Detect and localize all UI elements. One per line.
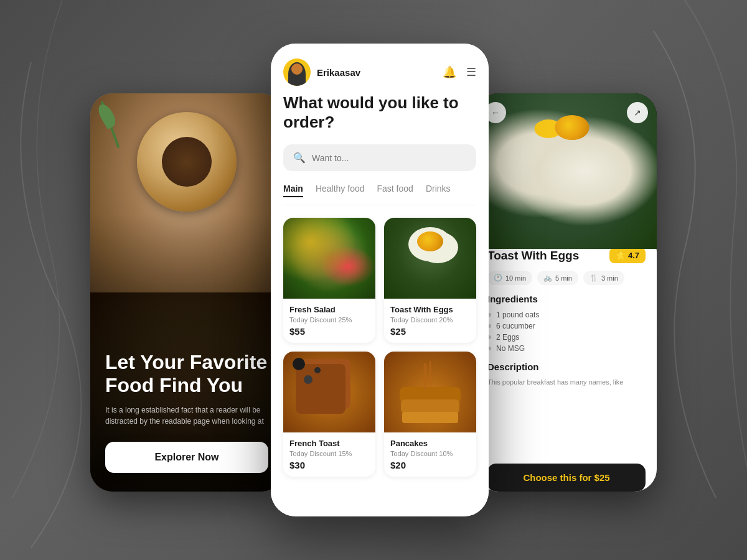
choose-button[interactable]: Choose this for $25: [487, 464, 646, 492]
notification-bell-button[interactable]: 🔔: [443, 65, 456, 79]
menu-button[interactable]: ☰: [466, 65, 476, 79]
choose-btn-price: $25: [594, 472, 610, 483]
search-icon: 🔍: [293, 152, 306, 164]
food-tabs: Main Healthy food Fast food Drinks: [283, 184, 476, 205]
search-input[interactable]: [312, 153, 466, 163]
description-text: This popular breakfast has many names, l…: [487, 377, 646, 388]
avatar-person: [288, 62, 306, 86]
tab-drinks[interactable]: Drinks: [426, 184, 451, 197]
food-grid: Fresh Salad Today Discount 25% $55 Toast…: [283, 218, 476, 477]
time-chip-prep: 🕐 10 min: [487, 271, 532, 285]
ingredient-text: 2 Eggs: [496, 333, 519, 342]
description-heading: Description: [487, 362, 646, 372]
food-name-eggs: Toast With Eggs: [390, 305, 470, 314]
food-discount-eggs: Today Discount 20%: [390, 316, 470, 324]
food-card-body-salad: Fresh Salad Today Discount 25% $55: [283, 299, 375, 343]
search-bar: 🔍: [283, 144, 476, 171]
food-name-salad: Fresh Salad: [289, 305, 369, 314]
dish-title: Toast With Eggs: [487, 249, 579, 263]
food-card-body-toast: French Toast Today Discount 15% $30: [283, 432, 375, 477]
prep-time-label: 10 min: [505, 274, 526, 282]
rating-value: 4.7: [628, 251, 639, 260]
choose-btn-prefix: Choose this for: [523, 472, 594, 483]
ingredient-item: 6 cucumber: [487, 320, 646, 332]
tab-main[interactable]: Main: [283, 184, 303, 197]
left-hero-title: Let Your Favorite Food Find You: [105, 351, 268, 397]
right-title-row: Toast With Eggs ⭐ 4.7: [487, 248, 646, 263]
phones-container: Let Your Favorite Food Find You It is a …: [0, 0, 747, 560]
ingredient-text: 6 cucumber: [496, 322, 535, 330]
clock-icon: 🕐: [494, 274, 502, 282]
right-food-image: ← ↗: [476, 93, 657, 249]
right-content: Toast With Eggs ⭐ 4.7 🕐 10 min 🚲 5 min 🍴: [476, 236, 657, 492]
rating-badge: ⭐ 4.7: [609, 248, 646, 263]
header-icons: 🔔 ☰: [443, 65, 476, 79]
time-chip-cook: 🍴 3 min: [583, 271, 624, 285]
middle-header: Erikaasav 🔔 ☰: [271, 44, 489, 93]
phone-right: ← ↗ Toast With Eggs ⭐ 4.7 🕐 10 min 🚲 5 m…: [476, 93, 657, 492]
food-card-body-pancakes: Pancakes Today Discount 10% $20: [384, 432, 476, 477]
food-card-fresh-salad: Fresh Salad Today Discount 25% $55: [283, 218, 375, 343]
username: Erikaasav: [317, 67, 443, 78]
left-hero-subtitle: It is a long established fact that a rea…: [105, 404, 268, 427]
ingredients-heading: Ingredients: [487, 294, 646, 304]
food-card-pancakes: Pancakes Today Discount 10% $20: [384, 352, 476, 477]
tab-healthy-food[interactable]: Healthy food: [316, 184, 365, 197]
food-discount-toast: Today Discount 15%: [289, 450, 369, 457]
food-name-toast: French Toast: [289, 439, 369, 448]
food-image-pancakes: [384, 352, 476, 432]
food-card-toast-eggs: Toast With Eggs Today Discount 20% $25: [384, 218, 476, 343]
bike-icon: 🚲: [543, 274, 552, 282]
avatar: [283, 58, 311, 86]
ingredient-text: 1 pound oats: [496, 310, 539, 319]
phone-left: Let Your Favorite Food Find You It is a …: [90, 93, 283, 492]
middle-body: What would you like to order? 🔍 Main Hea…: [271, 93, 489, 516]
food-price-pancakes: $20: [390, 460, 470, 470]
food-price-salad: $55: [289, 326, 369, 337]
star-icon: ⭐: [616, 251, 626, 260]
food-price-toast: $30: [289, 460, 369, 470]
share-button[interactable]: ↗: [627, 102, 648, 123]
ingredient-item: 1 pound oats: [487, 309, 646, 320]
left-phone-content: Let Your Favorite Food Find You It is a …: [90, 332, 283, 492]
ingredient-item: 2 Eggs: [487, 332, 646, 343]
food-image-salad: [283, 218, 375, 299]
time-chips-row: 🕐 10 min 🚲 5 min 🍴 3 min: [487, 271, 646, 285]
food-card-body-eggs: Toast With Eggs Today Discount 20% $25: [384, 299, 476, 343]
cook-time-label: 3 min: [601, 274, 618, 282]
food-discount-salad: Today Discount 25%: [289, 316, 369, 324]
ingredient-text: No MSG: [496, 344, 525, 353]
food-name-pancakes: Pancakes: [390, 439, 470, 448]
food-image-eggs: [384, 218, 476, 299]
explore-now-button[interactable]: Explorer Now: [105, 442, 268, 473]
ingredients-list: 1 pound oats 6 cucumber 2 Eggs No MSG: [487, 309, 646, 354]
ingredient-item: No MSG: [487, 343, 646, 354]
food-image-toast: [283, 352, 375, 432]
delivery-time-label: 5 min: [555, 274, 572, 282]
order-headline: What would you like to order?: [283, 93, 476, 132]
food-card-french-toast: French Toast Today Discount 15% $30: [283, 352, 375, 477]
food-discount-pancakes: Today Discount 10%: [390, 450, 470, 457]
time-chip-delivery: 🚲 5 min: [537, 271, 578, 285]
food-price-eggs: $25: [390, 326, 470, 337]
phone-middle: Erikaasav 🔔 ☰ What would you like to ord…: [271, 44, 489, 516]
tab-fast-food[interactable]: Fast food: [377, 184, 413, 197]
cutlery-icon: 🍴: [590, 274, 598, 282]
